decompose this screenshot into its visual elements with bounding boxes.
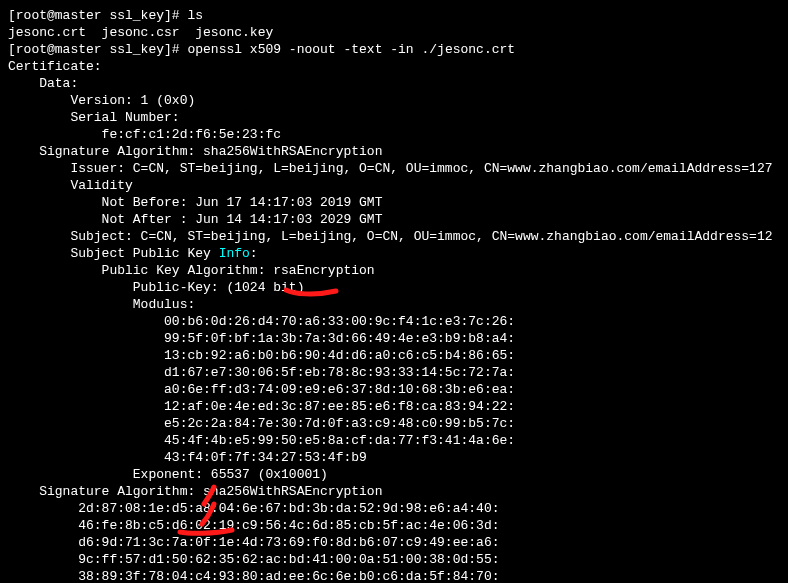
output-line: 00:b6:0d:26:d4:70:a6:33:00:9c:f4:1c:e3:7… [8, 314, 780, 331]
output-line: Not Before: Jun 17 14:17:03 2019 GMT [8, 195, 780, 212]
output-line: Issuer: C=CN, ST=beijing, L=beijing, O=C… [8, 161, 780, 178]
output-line: Subject: C=CN, ST=beijing, L=beijing, O=… [8, 229, 780, 246]
output-text: : [250, 246, 258, 261]
command[interactable]: ls [187, 8, 203, 23]
output-line: a0:6e:ff:d3:74:09:e9:e6:37:8d:10:68:3b:e… [8, 382, 780, 399]
output-line: Signature Algorithm: sha256WithRSAEncryp… [8, 144, 780, 161]
terminal-window: [root@master ssl_key]# ls jesonc.crt jes… [8, 8, 780, 583]
prompt-line-2: [root@master ssl_key]# openssl x509 -noo… [8, 42, 780, 59]
output-line: 38:89:3f:78:04:c4:93:80:ad:ee:6c:6e:b0:c… [8, 569, 780, 583]
output-line: 9c:ff:57:d1:50:62:35:62:ac:bd:41:00:0a:5… [8, 552, 780, 569]
output-line: Data: [8, 76, 780, 93]
output-line: Serial Number: [8, 110, 780, 127]
output-line: fe:cf:c1:2d:f6:5e:23:fc [8, 127, 780, 144]
prompt: [root@master ssl_key]# [8, 42, 187, 57]
output-line: 43:f4:0f:7f:34:27:53:4f:b9 [8, 450, 780, 467]
info-highlight: Info [219, 246, 250, 261]
output-line: Public Key Algorithm: rsaEncryption [8, 263, 780, 280]
prompt: [root@master ssl_key]# [8, 8, 187, 23]
output-line: 13:cb:92:a6:b0:b6:90:4d:d6:a0:c6:c5:b4:8… [8, 348, 780, 365]
output-line: Exponent: 65537 (0x10001) [8, 467, 780, 484]
output-line: e5:2c:2a:84:7e:30:7d:0f:a3:c9:48:c0:99:b… [8, 416, 780, 433]
output-line: 2d:87:08:1e:d5:a8:04:6e:67:bd:3b:da:52:9… [8, 501, 780, 518]
prompt-line-1: [root@master ssl_key]# ls [8, 8, 780, 25]
output-text: Subject Public Key [8, 246, 219, 261]
output-line: Modulus: [8, 297, 780, 314]
output-line: 99:5f:0f:bf:1a:3b:7a:3d:66:49:4e:e3:b9:b… [8, 331, 780, 348]
ls-output: jesonc.crt jesonc.csr jesonc.key [8, 25, 780, 42]
output-line: Certificate: [8, 59, 780, 76]
output-line: Validity [8, 178, 780, 195]
output-line: 46:fe:8b:c5:d6:02:19:c9:56:4c:6d:85:cb:5… [8, 518, 780, 535]
output-line: Not After : Jun 14 14:17:03 2029 GMT [8, 212, 780, 229]
output-line: Signature Algorithm: sha256WithRSAEncryp… [8, 484, 780, 501]
output-line: Subject Public Key Info: [8, 246, 780, 263]
command[interactable]: openssl x509 -noout -text -in ./jesonc.c… [187, 42, 515, 57]
output-line: 12:af:0e:4e:ed:3c:87:ee:85:e6:f8:ca:83:9… [8, 399, 780, 416]
output-line: 45:4f:4b:e5:99:50:e5:8a:cf:da:77:f3:41:4… [8, 433, 780, 450]
output-line: d1:67:e7:30:06:5f:eb:78:8c:93:33:14:5c:7… [8, 365, 780, 382]
output-line: d6:9d:71:3c:7a:0f:1e:4d:73:69:f0:8d:b6:0… [8, 535, 780, 552]
output-line: Public-Key: (1024 bit) [8, 280, 780, 297]
output-line: Version: 1 (0x0) [8, 93, 780, 110]
